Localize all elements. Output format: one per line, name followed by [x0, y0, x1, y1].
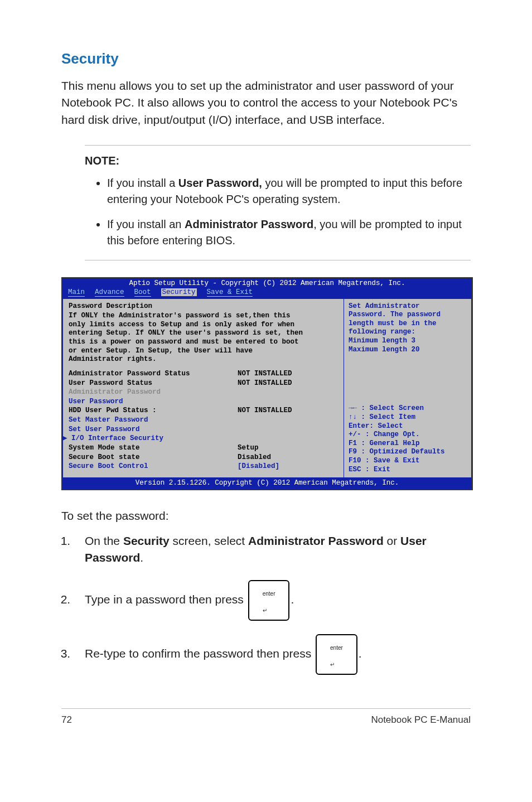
bios-menu-item: Main: [68, 288, 85, 297]
bios-row: ▶ I/O Interface Security: [63, 434, 338, 443]
note-block: NOTE: If you install a User Password, yo…: [85, 145, 471, 260]
bios-shortcut-line: ESC : Exit: [349, 466, 467, 475]
bios-row: Administrator Password: [69, 388, 338, 397]
bios-shortcut-line: F1 : General Help: [349, 439, 467, 448]
bios-menu-item: Security: [161, 288, 197, 296]
bios-desc-body: If ONLY the Administrator's password is …: [69, 312, 308, 364]
bios-row: User Password: [69, 398, 338, 407]
step-1: On the Security screen, select Administr…: [74, 533, 471, 567]
bios-footer: Version 2.15.1226. Copyright (C) 2012 Am…: [62, 478, 472, 489]
enter-keycap: enter↵: [248, 580, 290, 621]
bios-screenshot: Aptio Setup Utility - Copyright (C) 2012…: [61, 277, 473, 490]
bios-shortcut-line: ↑↓ : Select Item: [349, 413, 467, 422]
bios-title: Aptio Setup Utility - Copyright (C) 2012…: [62, 278, 472, 288]
bios-help-line: Set Administrator: [349, 302, 467, 311]
bios-menu-item: Boot: [134, 288, 151, 297]
bios-help-line: length must be in the: [349, 320, 467, 328]
bios-help-line: Minimum length 3: [349, 337, 467, 346]
note-label: NOTE:: [85, 154, 471, 167]
bios-row: Administrator Password StatusNOT INSTALL…: [69, 370, 338, 379]
note-item-1: If you install a User Password, you will…: [107, 175, 471, 207]
page-number: 72: [61, 714, 72, 726]
bios-row: Set Master Password: [69, 416, 338, 425]
step-3: Re-type to confirm the password then pre…: [74, 634, 471, 675]
bios-desc-title: Password Description: [69, 302, 338, 311]
bios-help-line: following range:: [349, 328, 467, 337]
bios-shortcut-line: +/- : Change Opt.: [349, 431, 467, 439]
bios-menu: MainAdvanceBootSecuritySave & Exit: [62, 288, 472, 298]
bios-row: Secure Boot Control[Disabled]: [69, 462, 338, 471]
page-footer: 72 Notebook PC E-Manual: [61, 708, 471, 726]
manual-title: Notebook PC E-Manual: [371, 714, 471, 726]
bios-row: Secure Boot stateDisabled: [69, 453, 338, 462]
bios-help-line: Password. The password: [349, 311, 467, 320]
set-password-label: To set the password:: [61, 509, 471, 523]
bios-left-pane: Password Description If ONLY the Adminis…: [62, 298, 344, 479]
bios-row: User Password StatusNOT INSTALLED: [69, 379, 338, 388]
bios-shortcut-line: Enter: Select: [349, 422, 467, 431]
page-heading: Security: [61, 50, 471, 67]
enter-keycap: enter↵: [316, 634, 357, 675]
bios-right-pane: Set AdministratorPassword. The passwordl…: [344, 298, 472, 479]
bios-row: Set User Password: [69, 426, 338, 434]
bios-menu-item: Advance: [95, 288, 124, 297]
bios-menu-item: Save & Exit: [207, 288, 253, 297]
bios-row: System Mode stateSetup: [69, 444, 338, 453]
note-item-2: If you install an Administrator Password…: [107, 216, 471, 249]
bios-help-line: Maximum length 20: [349, 346, 467, 355]
step-2: Type in a password then press enter↵ .: [74, 580, 471, 621]
bios-shortcut-line: →← : Select Screen: [349, 404, 467, 413]
bios-shortcut-line: F10 : Save & Exit: [349, 457, 467, 466]
bios-shortcut-line: F9 : Optimized Defaults: [349, 448, 467, 457]
bios-row: HDD User Pwd Status :NOT INSTALLED: [69, 407, 338, 416]
intro-text: This menu allows you to set up the admin…: [61, 78, 471, 128]
